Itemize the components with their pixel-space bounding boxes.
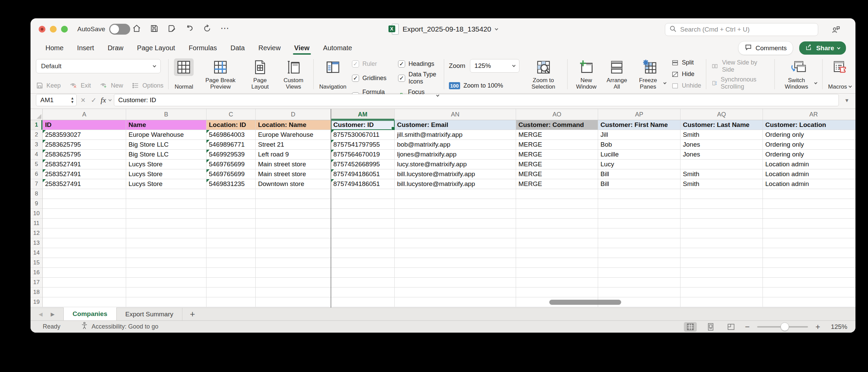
cell-AP9[interactable] [598,199,680,209]
formula-bar-collapse-icon[interactable]: ▼ [842,97,852,103]
cell-AM19[interactable] [331,297,395,307]
cell-AQ13[interactable] [680,238,763,248]
cell-AQ5[interactable] [680,160,763,169]
cell-AP8[interactable] [598,189,680,199]
row-header-2[interactable]: 2 [31,130,43,140]
navigation-button[interactable]: Navigation [318,58,347,91]
cell-AP5[interactable]: Lucy [598,160,680,169]
row-header-18[interactable]: 18 [31,287,43,297]
name-box-steppers[interactable]: ▲▼ [71,96,74,104]
zoom-dropdown[interactable]: 125% [470,59,519,73]
cell-AP10[interactable] [598,209,680,219]
cell-D7[interactable]: Downtown store [256,179,331,189]
row-header-6[interactable]: 6 [31,169,43,179]
cell-AR8[interactable] [763,189,855,199]
ribbon-tab-draw[interactable]: Draw [107,42,124,54]
fx-chevron-icon[interactable] [108,98,112,101]
row-header-16[interactable]: 16 [31,268,43,278]
cell-A11[interactable] [43,219,126,228]
column-header-AM[interactable]: AM [331,109,395,120]
cell-AM15[interactable] [331,258,395,268]
checkbox-ruler[interactable]: ✓Ruler [352,60,387,68]
cell-AO8[interactable] [516,189,598,199]
cell-AO14[interactable] [516,248,598,258]
cell-AO9[interactable] [516,199,598,209]
zoom-to-selection-button[interactable]: Zoom to Selection [524,58,562,91]
checkbox-headings[interactable]: ✓Headings [398,60,439,68]
cell-B16[interactable] [126,268,206,278]
cell-AR17[interactable] [763,278,855,287]
cell-AN2[interactable]: jill.smith@matrixify.app [395,130,516,140]
status-page-layout-button[interactable] [704,322,717,332]
cell-AP2[interactable]: Jill [598,130,680,140]
cell-AQ1[interactable]: Customer: Last Name [680,120,763,130]
cell-AR13[interactable] [763,238,855,248]
cell-AQ10[interactable] [680,209,763,219]
new-sheet-view-button[interactable]: New [100,82,123,89]
cell-AN7[interactable]: bill.lucystore@matrixify.app [395,179,516,189]
select-all-corner[interactable] [31,109,43,120]
cell-A9[interactable] [43,199,126,209]
cell-AQ4[interactable]: Jones [680,150,763,160]
cell-A5[interactable]: 2583527491 [43,160,126,169]
unhide-button[interactable]: Unhide [671,82,701,89]
cell-AM12[interactable] [331,228,395,238]
cell-AP11[interactable] [598,219,680,228]
home-icon[interactable] [132,24,141,33]
cell-AP12[interactable] [598,228,680,238]
cell-AO3[interactable]: MERGE [516,140,598,150]
sheet-tab-export-summary[interactable]: Export Summary [117,308,182,320]
cell-AO6[interactable]: MERGE [516,169,598,179]
cell-AR15[interactable] [763,258,855,268]
new-window-button[interactable]: New Window [572,58,600,91]
column-header-AQ[interactable]: AQ [680,109,763,120]
cell-A7[interactable]: 2583527491 [43,179,126,189]
cell-AM4[interactable]: 8757564670019 [331,150,395,160]
ribbon-tab-data[interactable]: Data [230,42,245,54]
cell-AR10[interactable] [763,209,855,219]
cell-AP1[interactable]: Customer: First Name [598,120,680,130]
cell-AN12[interactable] [395,228,516,238]
hide-button[interactable]: Hide [671,71,701,78]
cell-AM2[interactable]: 8757530067011 [331,130,395,140]
cell-AO13[interactable] [516,238,598,248]
cell-A6[interactable]: 2583527491 [43,169,126,179]
cell-AN1[interactable]: Customer: Email [395,120,516,130]
row-header-17[interactable]: 17 [31,278,43,287]
cell-AO17[interactable] [516,278,598,287]
cell-B4[interactable]: Big Store LLC [126,150,206,160]
cell-AQ19[interactable] [680,297,763,307]
cell-D5[interactable]: Main street store [256,160,331,169]
cell-C14[interactable] [206,248,256,258]
cell-AN18[interactable] [395,287,516,297]
ribbon-tab-automate[interactable]: Automate [322,42,353,54]
cell-A3[interactable]: 2583625795 [43,140,126,150]
cell-A16[interactable] [43,268,126,278]
cell-AM10[interactable] [331,209,395,219]
status-normal-view-button[interactable] [684,322,697,332]
comments-button[interactable]: Comments [738,41,793,55]
row-header-13[interactable]: 13 [31,238,43,248]
cell-D15[interactable] [256,258,331,268]
cell-AM6[interactable]: 8757494186051 [331,169,395,179]
cell-AM3[interactable]: 8757541797955 [331,140,395,150]
cell-C19[interactable] [206,297,256,307]
status-zoom-value[interactable]: 125% [828,323,847,331]
sheet-prev-icon[interactable]: ◀ [39,311,43,317]
cell-A15[interactable] [43,258,126,268]
row-header-5[interactable]: 5 [31,160,43,169]
cancel-entry-icon[interactable]: × [79,95,87,105]
close-button[interactable] [39,26,45,33]
cell-D9[interactable] [256,199,331,209]
cell-AN6[interactable]: bill.lucystore@matrixify.app [395,169,516,179]
zoom-slider-knob[interactable] [781,322,789,331]
cell-AP15[interactable] [598,258,680,268]
cell-AO12[interactable] [516,228,598,238]
cell-AO4[interactable]: MERGE [516,150,598,160]
cell-AO2[interactable]: MERGE [516,130,598,140]
column-header-AN[interactable]: AN [395,109,516,120]
cell-AN15[interactable] [395,258,516,268]
row-header-19[interactable]: 19 [31,297,43,307]
cell-D11[interactable] [256,219,331,228]
zoom-out-button[interactable]: − [745,323,750,331]
